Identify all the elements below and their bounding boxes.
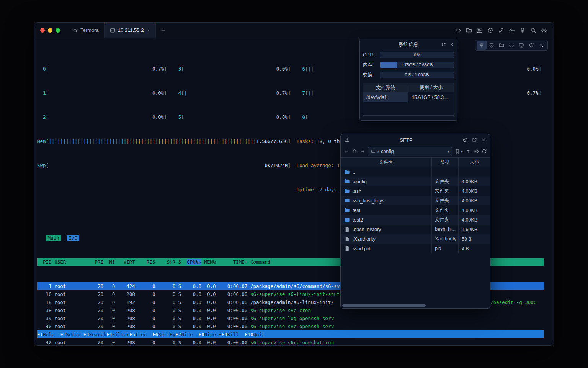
settings-icon[interactable] — [541, 27, 547, 33]
close-window-icon[interactable] — [481, 137, 486, 143]
path-segment[interactable]: config — [381, 149, 394, 154]
sftp-file-row-ssh_host_keys[interactable]: ssh_host_keys文件夹4.00KB — [341, 196, 490, 205]
edit-icon[interactable] — [498, 27, 504, 33]
home-icon[interactable] — [352, 149, 357, 154]
bookmark-dropdown-icon[interactable]: ▾ — [461, 150, 463, 154]
tab-label: 10.211.55.2 — [118, 27, 144, 33]
htop-tab-io[interactable]: I/O — [67, 235, 80, 241]
sftp-table-header[interactable]: 文件名 类型 大小 — [341, 157, 490, 167]
fkey-label[interactable]: SortBy — [158, 332, 175, 337]
tab-termora[interactable]: Termora — [67, 23, 104, 38]
close-panel-icon[interactable] — [449, 42, 454, 47]
folder-icon — [344, 169, 350, 175]
path-bar[interactable]: › config ▾ — [368, 147, 452, 156]
sftp-file-row-.bash_history[interactable]: .bash_historybash_hi...1.60KB — [341, 225, 490, 234]
fkey-label[interactable]: Nice + — [204, 332, 222, 337]
file-name: sshd.pid — [353, 246, 371, 251]
fkey-label[interactable]: Search — [89, 332, 106, 337]
token-icon[interactable] — [519, 27, 526, 33]
minimize-window-button[interactable] — [48, 28, 52, 33]
window-toolbar — [455, 23, 554, 38]
folder-icon — [344, 198, 350, 204]
refresh-icon[interactable] — [482, 149, 487, 154]
key-icon[interactable] — [509, 27, 515, 33]
fkey-label[interactable]: Setup — [66, 332, 83, 337]
column-type[interactable]: 类型 — [432, 157, 459, 167]
detach-panel-icon[interactable] — [441, 42, 446, 47]
sftp-file-row-.config[interactable]: .config文件夹4.00KB — [341, 177, 490, 186]
zoom-window-button[interactable] — [56, 28, 60, 33]
fkey-F1[interactable]: F1 — [37, 332, 43, 337]
tab-bar: Termora 10.211.55.2 — [34, 23, 554, 38]
pin-button[interactable] — [477, 41, 487, 50]
folder-icon — [344, 188, 350, 194]
filesystem-table-header: 文件系统 使用 / 大小 — [363, 83, 454, 92]
scrollbar-thumb[interactable] — [342, 304, 426, 307]
tab-host[interactable]: 10.211.55.2 — [104, 23, 156, 38]
filesystem-row[interactable]: /dev/vda1 45.61GB / 58.3... — [363, 92, 454, 102]
horizontal-scrollbar[interactable] — [341, 304, 489, 307]
new-tab-button[interactable] — [156, 23, 170, 38]
sftp-file-row-sshd.pid[interactable]: sshd.pidpid4 B — [341, 244, 490, 253]
sftp-toolbar: › config ▾ ▾ — [341, 146, 490, 157]
sftp-file-row-test[interactable]: test文件夹4.00KB — [341, 205, 490, 215]
file-name: .. — [353, 169, 355, 175]
system-info-panel: 系统信息 CPU:0%内存:1.75GB / 7.65GB交换:0 B / 1.… — [359, 39, 457, 121]
close-sidebar-button[interactable] — [536, 41, 546, 50]
fkey-label[interactable]: Nice - — [181, 332, 198, 337]
snippets-button[interactable] — [506, 41, 516, 50]
path-dropdown-icon[interactable]: ▾ — [447, 150, 449, 154]
download-icon — [345, 137, 350, 143]
process-row-42[interactable]: 42 root 20 0 208 0 0 S 0.0 0.0 0:00.00 s… — [37, 338, 544, 346]
fkey-F8[interactable]: F8 — [199, 332, 204, 337]
column-filename[interactable]: 文件名 — [341, 157, 432, 167]
fkey-F7[interactable]: F7 — [175, 332, 181, 337]
record-icon[interactable] — [487, 27, 493, 33]
process-row-40[interactable]: 40 root 20 0 208 0 0 S 0.0 0.0 0:00.00 s… — [37, 322, 544, 330]
fkey-F4[interactable]: F4 — [106, 332, 112, 337]
bookmark-icon — [455, 149, 460, 154]
process-row-39[interactable]: 39 root 20 0 208 0 0 S 0.0 0.0 0:00.00 s… — [37, 314, 544, 322]
back-icon[interactable] — [344, 149, 349, 154]
fkey-label[interactable]: Help — [43, 332, 60, 337]
close-window-button[interactable] — [40, 28, 45, 33]
search-icon[interactable] — [530, 27, 536, 33]
files-button[interactable] — [497, 41, 506, 50]
fkey-F9[interactable]: F9 — [222, 332, 227, 337]
fs-column-usage: 使用 / 大小 — [408, 84, 454, 91]
info-button[interactable] — [487, 41, 497, 50]
file-type: pid — [432, 244, 459, 253]
refresh-button[interactable] — [526, 41, 536, 50]
screen-button[interactable] — [516, 41, 526, 50]
sftp-file-row-test2[interactable]: test2文件夹4.00KB — [341, 215, 490, 225]
up-directory-icon[interactable] — [466, 149, 471, 154]
close-tab-icon[interactable] — [146, 28, 150, 32]
sftp-file-row-.ssh[interactable]: .ssh文件夹4.00KB — [341, 186, 490, 196]
logs-icon[interactable] — [477, 27, 483, 33]
fkey-F6[interactable]: F6 — [152, 332, 158, 337]
forward-icon[interactable] — [360, 149, 365, 154]
fkey-F2[interactable]: F2 — [60, 332, 66, 337]
htop-tab-main[interactable]: Main — [46, 235, 61, 241]
preview-eye-icon[interactable] — [474, 149, 479, 154]
fkey-F5[interactable]: F5 — [129, 332, 135, 337]
sftp-file-row-..[interactable]: .. — [341, 167, 490, 177]
close-icon — [539, 43, 544, 48]
folder-icon[interactable] — [466, 27, 472, 33]
fkey-F10[interactable]: F10 — [245, 332, 253, 337]
help-icon[interactable] — [462, 137, 468, 143]
sftp-titlebar[interactable]: SFTP — [341, 134, 490, 146]
column-size[interactable]: 大小 — [459, 157, 490, 167]
fkey-label[interactable]: Tree — [135, 332, 152, 337]
fkey-label[interactable]: Kill — [227, 332, 245, 337]
bookmark-button[interactable]: ▾ — [455, 149, 463, 154]
sftp-file-row-.Xauthority[interactable]: .XauthorityXauthority58 B — [341, 234, 490, 244]
file-name: .Xauthority — [353, 237, 376, 242]
sftp-title: SFTP — [353, 137, 459, 143]
fkey-label[interactable]: Filter — [112, 332, 129, 337]
code-icon[interactable] — [455, 27, 461, 33]
fkey-F3[interactable]: F3 — [83, 332, 89, 337]
file-type: 文件夹 — [432, 205, 459, 215]
fkey-label[interactable]: Quit — [253, 332, 271, 337]
detach-window-icon[interactable] — [472, 137, 477, 143]
